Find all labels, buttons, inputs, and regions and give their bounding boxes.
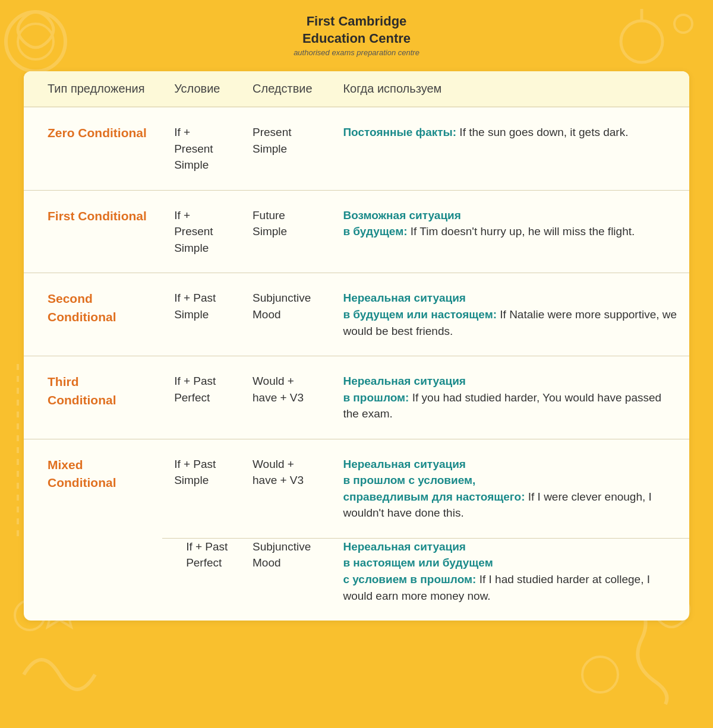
- second-conditional-condition: If + Past Simple: [162, 273, 241, 356]
- second-conditional-name: Second Conditional: [24, 273, 162, 356]
- mixed-conditional-result1: Would + have + V3: [241, 439, 331, 538]
- col-header-type: Тип предложения: [24, 71, 162, 107]
- col-header-usage: Когда используем: [331, 71, 689, 107]
- third-conditional-condition: If + Past Perfect: [162, 356, 241, 439]
- table-row: Third Conditional If + Past Perfect Woul…: [24, 356, 689, 439]
- first-conditional-usage: Возможная ситуация в будущем: If Tim doe…: [331, 190, 689, 273]
- second-conditional-result: Subjunctive Mood: [241, 273, 331, 356]
- conditionals-table: Тип предложения Условие Следствие Когда …: [24, 71, 689, 621]
- table-row: Mixed Conditional If + Past Simple Would…: [24, 439, 689, 538]
- header-subtitle: authorised exams preparation centre: [12, 48, 701, 57]
- zero-conditional-condition: If + Present Simple: [162, 107, 241, 190]
- mixed-conditional-usage2: Нереальная ситуация в настоящем или буду…: [331, 538, 689, 621]
- zero-conditional-result: Present Simple: [241, 107, 331, 190]
- mixed-conditional-condition1: If + Past Simple: [162, 439, 241, 538]
- main-table-container: Тип предложения Условие Следствие Когда …: [24, 71, 689, 621]
- mixed-conditional-name: Mixed Conditional: [24, 439, 162, 621]
- svg-point-6: [582, 657, 618, 692]
- mixed-conditional-condition2: If + Past Perfect: [162, 538, 241, 621]
- table-row: First Conditional If + Present Simple Fu…: [24, 190, 689, 273]
- third-conditional-result: Would + have + V3: [241, 356, 331, 439]
- first-conditional-result: Future Simple: [241, 190, 331, 273]
- table-header-row: Тип предложения Условие Следствие Когда …: [24, 71, 689, 107]
- mixed-conditional-result2: Subjunctive Mood: [241, 538, 331, 621]
- second-conditional-usage: Нереальная ситуация в будущем или настоя…: [331, 273, 689, 356]
- header-title: First Cambridge Education Centre: [12, 13, 701, 47]
- table-row: Second Conditional If + Past Simple Subj…: [24, 273, 689, 356]
- mixed-conditional-usage1: Нереальная ситуация в прошлом с условием…: [331, 439, 689, 538]
- col-header-result: Следствие: [241, 71, 331, 107]
- first-conditional-name: First Conditional: [24, 190, 162, 273]
- zero-conditional-name: Zero Conditional: [24, 107, 162, 190]
- third-conditional-usage: Нереальная ситуация в прошлом: If you ha…: [331, 356, 689, 439]
- third-conditional-name: Third Conditional: [24, 356, 162, 439]
- first-conditional-condition: If + Present Simple: [162, 190, 241, 273]
- zero-conditional-usage: Постоянные факты: If the sun goes down, …: [331, 107, 689, 190]
- table-row: Zero Conditional If + Present Simple Pre…: [24, 107, 689, 190]
- page-header: First Cambridge Education Centre authori…: [0, 0, 713, 65]
- col-header-condition: Условие: [162, 71, 241, 107]
